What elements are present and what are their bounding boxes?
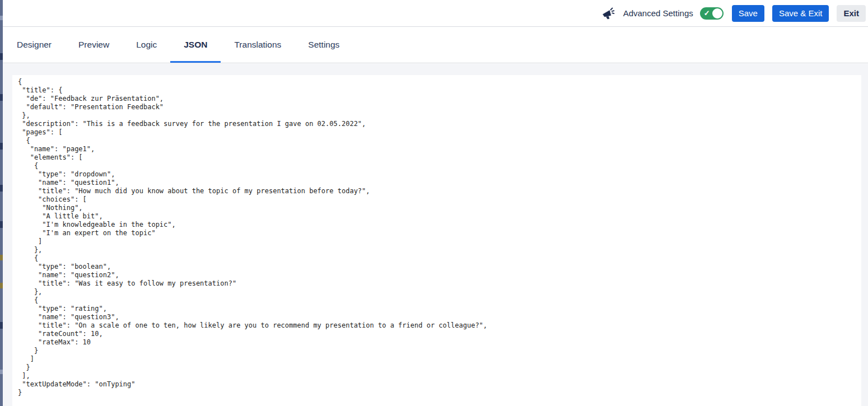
tab-logic[interactable]: Logic (123, 27, 170, 63)
sidebar-mark (0, 221, 3, 228)
sidebar-mark (0, 283, 3, 288)
toggle-check-icon: ✓ (704, 8, 710, 18)
save-button[interactable]: Save (732, 5, 764, 22)
sidebar-mark (0, 322, 3, 329)
tab-settings[interactable]: Settings (295, 27, 353, 63)
json-editor-panel[interactable]: { "title": { "de": "Feedback zur Präsent… (12, 75, 861, 406)
tab-designer[interactable]: Designer (3, 27, 65, 63)
exit-button[interactable]: Exit (837, 5, 866, 22)
sidebar-mark (0, 370, 3, 374)
tab-json[interactable]: JSON (170, 27, 221, 63)
json-tab-content: { "title": { "de": "Feedback zur Präsent… (3, 64, 868, 406)
collapsed-sidebar-strip (0, 0, 3, 406)
sidebar-mark (0, 143, 3, 150)
sidebar-mark (0, 53, 3, 60)
toggle-knob (712, 8, 722, 18)
sidebar-mark (0, 16, 3, 20)
advanced-settings-toggle[interactable]: ✓ (700, 7, 724, 20)
megaphone-icon (601, 6, 615, 21)
sidebar-mark (0, 94, 3, 101)
tab-preview[interactable]: Preview (65, 27, 123, 63)
survey-creator-window: Advanced Settings ✓ Save Save & Exit Exi… (0, 0, 868, 406)
json-editor-text[interactable]: { "title": { "de": "Feedback zur Präsent… (12, 75, 861, 397)
advanced-settings-label: Advanced Settings (623, 8, 693, 18)
creator-tab-bar: Designer Preview Logic JSON Translations… (3, 27, 868, 63)
top-action-bar: Advanced Settings ✓ Save Save & Exit Exi… (0, 0, 868, 27)
tab-translations[interactable]: Translations (221, 27, 295, 63)
sidebar-mark (0, 185, 3, 192)
sidebar-mark (0, 255, 3, 260)
save-and-exit-button[interactable]: Save & Exit (772, 5, 829, 22)
